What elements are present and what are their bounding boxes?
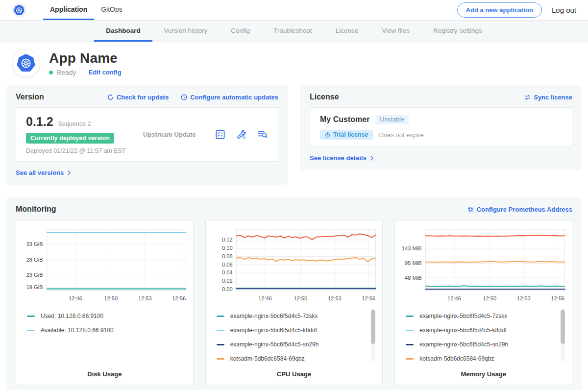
tab-label: View files: [382, 27, 410, 34]
license-type-badge: Trial license: [320, 130, 373, 140]
edit-config-link[interactable]: Edit config: [88, 69, 121, 76]
svg-text:95 MiB: 95 MiB: [405, 260, 422, 266]
svg-text:28 GiB: 28 GiB: [26, 257, 43, 263]
legend-label: kotsadm-5db6dc6584-69qbz: [230, 355, 305, 362]
chart-title: CPU Usage: [209, 370, 380, 378]
legend-label: Available: 10.128.0.66:9100: [41, 327, 114, 334]
svg-text:12:53: 12:53: [328, 295, 342, 301]
see-license-details-link[interactable]: See license details: [310, 154, 375, 162]
topnav-item-application[interactable]: Application: [43, 0, 94, 20]
svg-text:19 GiB: 19 GiB: [26, 284, 43, 290]
refresh-icon: [107, 94, 114, 101]
legend-item: example-nginx-5bc6f5d4c5-7zskx: [406, 313, 557, 319]
svg-text:0.06: 0.06: [222, 262, 233, 268]
legend-label: example-nginx-5bc6f5d4c5-sn29h: [230, 341, 319, 348]
version-card-title: Version: [16, 93, 44, 101]
legend-item: Available: 10.128.0.66:9100: [27, 327, 178, 334]
tab-view-files[interactable]: View files: [370, 21, 421, 42]
disk-usage-chart-card: 19 GiB23 GiB28 GiB33 GiB12:4612:5012:531…: [16, 220, 194, 385]
legend-label: example-nginx-5bc6f5d4c5-7zskx: [230, 313, 318, 319]
tab-dashboard[interactable]: Dashboard: [94, 21, 152, 42]
svg-text:23 GiB: 23 GiB: [26, 272, 43, 278]
legend-swatch: [217, 330, 224, 331]
legend-scrollbar-thumb[interactable]: [561, 310, 565, 344]
clock-refresh-icon: [180, 94, 188, 101]
legend-list: example-nginx-5bc6f5d4c5-7zskxexample-ng…: [217, 313, 368, 362]
legend-list: example-nginx-5bc6f5d4c5-7zskxexample-ng…: [406, 313, 557, 362]
legend-label: example-nginx-5bc6f5d4c5-sn29h: [419, 341, 508, 348]
brand-logo[interactable]: [12, 0, 26, 20]
check-for-update-link[interactable]: Check for update: [107, 94, 169, 101]
license-expiry: Does not expire: [379, 131, 424, 139]
helm-wheel-icon: [15, 6, 23, 14]
edit-config-icon[interactable]: [236, 129, 247, 140]
sync-license-link[interactable]: Sync license: [524, 94, 572, 101]
app-header: App Name Ready Edit config: [0, 42, 588, 83]
logout-button[interactable]: Log out: [552, 6, 576, 14]
status-badge: Ready: [56, 69, 76, 76]
license-card: License Sync license My Customer Unstabl…: [300, 85, 582, 170]
monitoring-section: Monitoring Configure Prometheus Address …: [6, 197, 582, 390]
tab-label: Registry settings: [433, 27, 482, 34]
link-label: Check for update: [117, 94, 169, 101]
link-label: Configure Prometheus Address: [477, 206, 572, 213]
legend-item: kotsadm-5db6dc6584-69qbz: [406, 355, 557, 362]
chart-legend: example-nginx-5bc6f5d4c5-7zskxexample-ng…: [209, 307, 380, 365]
app-avatar: [12, 49, 40, 77]
svg-text:0.08: 0.08: [222, 253, 233, 259]
memory-usage-chart: 48 MiB95 MiB143 MiB12:4612:5012:5312:56: [398, 225, 569, 307]
badge-label: Trial license: [333, 131, 368, 138]
helm-wheel-icon: [20, 57, 32, 70]
add-new-application-button[interactable]: Add a new application: [457, 2, 542, 18]
svg-text:12:56: 12:56: [172, 295, 186, 301]
chart-title: Memory Usage: [398, 370, 569, 378]
cpu-usage-chart: 0.000.020.040.060.080.100.1212:4612:5012…: [209, 225, 380, 307]
legend-label: example-nginx-5bc6f5d4c5-k8ddf: [230, 327, 317, 334]
tab-config[interactable]: Config: [219, 21, 262, 42]
configure-prometheus-link[interactable]: Configure Prometheus Address: [467, 206, 572, 213]
legend-swatch: [406, 358, 414, 360]
legend-label: example-nginx-5bc6f5d4c5-k8ddf: [419, 327, 506, 334]
chart-legend: Used: 10.128.0.66:9100Available: 10.128.…: [19, 307, 190, 365]
legend-swatch: [27, 330, 35, 331]
legend-item: example-nginx-5bc6f5d4c5-k8ddf: [406, 327, 557, 334]
svg-text:143 MiB: 143 MiB: [402, 245, 422, 251]
legend-swatch: [406, 316, 414, 317]
legend-item: example-nginx-5bc6f5d4c5-sn29h: [406, 341, 557, 348]
tab-label: Troubleshoot: [273, 27, 312, 34]
svg-text:12:46: 12:46: [258, 295, 272, 301]
chevron-right-icon: [66, 170, 72, 176]
legend-label: example-nginx-5bc6f5d4c5-7zskx: [419, 313, 507, 319]
chart-title: Disk Usage: [19, 370, 190, 378]
tab-label: License: [336, 27, 359, 34]
see-all-versions-link[interactable]: See all versions: [16, 169, 72, 176]
tab-label: Version history: [164, 27, 208, 34]
legend-item: example-nginx-5bc6f5d4c5-sn29h: [217, 341, 368, 348]
legend-item: Used: 10.128.0.66:9100: [27, 313, 178, 319]
disk-usage-chart: 19 GiB23 GiB28 GiB33 GiB12:4612:5012:531…: [19, 225, 190, 307]
tab-registry-settings[interactable]: Registry settings: [421, 21, 494, 42]
svg-text:12:50: 12:50: [483, 295, 497, 301]
svg-text:0.02: 0.02: [222, 278, 233, 284]
cpu-usage-chart-card: 0.000.020.040.060.080.100.1212:4612:5012…: [205, 220, 383, 385]
configure-automatic-updates-link[interactable]: Configure automatic updates: [180, 94, 278, 101]
tab-version-history[interactable]: Version history: [152, 21, 220, 42]
chart-legend: example-nginx-5bc6f5d4c5-7zskxexample-ng…: [398, 307, 569, 365]
legend-swatch: [27, 316, 35, 317]
legend-swatch: [217, 358, 224, 360]
tab-label: Config: [231, 27, 250, 34]
tab-troubleshoot[interactable]: Troubleshoot: [262, 21, 323, 42]
svg-text:0.10: 0.10: [222, 245, 233, 251]
tab-license[interactable]: License: [324, 21, 370, 42]
svg-text:12:56: 12:56: [362, 295, 375, 301]
view-logs-icon[interactable]: [257, 129, 268, 140]
svg-text:0.00: 0.00: [222, 286, 233, 292]
preflight-checks-icon[interactable]: [215, 129, 226, 140]
legend-scrollbar-thumb[interactable]: [371, 310, 375, 344]
status-ready-dot: [49, 71, 53, 74]
topnav-item-gitops[interactable]: GitOps: [94, 0, 129, 20]
gear-icon: [467, 206, 474, 213]
svg-text:12:50: 12:50: [294, 295, 307, 301]
sync-arrows-icon: [524, 94, 531, 101]
svg-text:0.12: 0.12: [222, 237, 233, 243]
